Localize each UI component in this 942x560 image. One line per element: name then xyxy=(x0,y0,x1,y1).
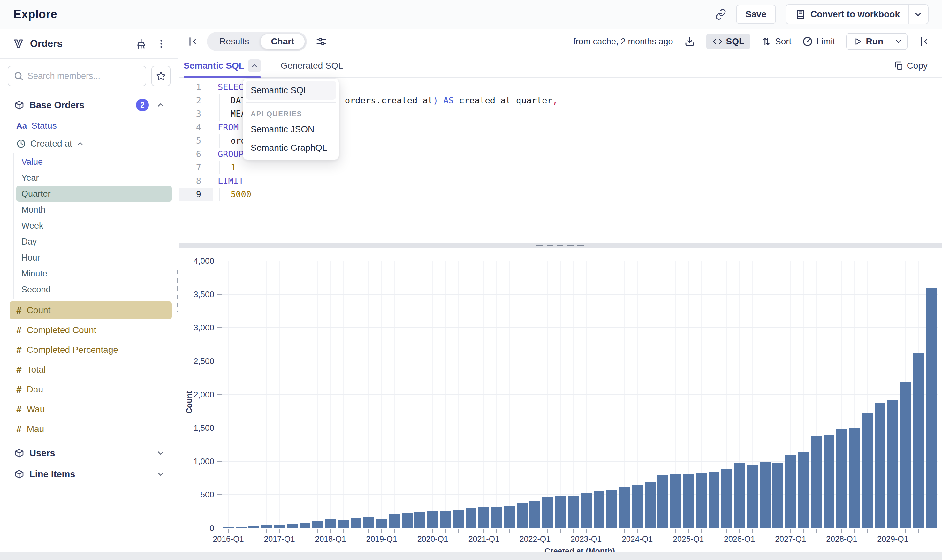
tab-chart[interactable]: Chart xyxy=(260,34,305,49)
chart-bar-2026-Q1[interactable] xyxy=(734,463,745,528)
chart-bar-2023-Q3[interactable] xyxy=(606,491,617,528)
chart-bar-2028-Q4[interactable] xyxy=(874,403,885,528)
sidebar-item-day[interactable]: Day xyxy=(16,234,172,250)
chart-bar-2021-Q1[interactable] xyxy=(478,507,489,528)
sort-button[interactable]: Sort xyxy=(761,36,791,47)
favorites-star-button[interactable] xyxy=(151,66,171,86)
chart-bar-2022-Q4[interactable] xyxy=(568,496,579,528)
collapse-panel-left-icon[interactable] xyxy=(187,36,199,47)
chart-bar-2022-Q1[interactable] xyxy=(529,501,540,528)
chart-bar-2029-Q1[interactable] xyxy=(887,400,898,528)
sidebar-item-line-items[interactable]: Line Items xyxy=(0,465,177,483)
sidebar-measure-total[interactable]: #Total xyxy=(9,361,172,378)
chart-bar-2022-Q3[interactable] xyxy=(555,495,566,528)
tab-semantic-sql[interactable]: Semantic SQL xyxy=(184,54,261,77)
chart-bar-2020-Q1[interactable] xyxy=(427,511,438,528)
collapse-panel-right-icon[interactable] xyxy=(918,36,930,47)
sidebar-item-quarter[interactable]: Quarter xyxy=(16,186,172,202)
chart-settings-sliders-icon[interactable] xyxy=(315,35,327,48)
convert-chevron-down-icon[interactable] xyxy=(913,9,923,19)
chart-bar-2017-Q2[interactable] xyxy=(287,524,298,528)
chart-bar-2019-Q1[interactable] xyxy=(376,519,387,528)
chart-bar-2025-Q4[interactable] xyxy=(721,469,732,528)
limit-button[interactable]: Limit xyxy=(802,36,835,47)
chart-bar-2020-Q2[interactable] xyxy=(440,511,451,528)
sql-language-chevron-up-icon[interactable] xyxy=(248,59,261,72)
sidebar-item-month[interactable]: Month xyxy=(16,202,172,218)
sidebar-measure-wau[interactable]: #Wau xyxy=(9,400,172,418)
search-members-input[interactable] xyxy=(28,71,140,81)
copy-button[interactable]: Copy xyxy=(893,61,928,71)
sidebar-resize-handle[interactable] xyxy=(177,270,178,312)
chart-bar-2024-Q3[interactable] xyxy=(657,475,668,528)
code-line[interactable]: 95000 xyxy=(179,188,942,201)
convert-to-workbook-button[interactable]: Convert to workbook xyxy=(785,5,928,24)
chart-bar-2029-Q2[interactable] xyxy=(900,382,911,528)
clear-selections-broom-icon[interactable] xyxy=(135,38,147,49)
chart-bar-2028-Q2[interactable] xyxy=(849,428,860,528)
chart-bar-2018-Q1[interactable] xyxy=(325,519,336,528)
chart-bar-2026-Q4[interactable] xyxy=(773,463,783,528)
chart-bar-2025-Q3[interactable] xyxy=(708,472,719,528)
sidebar-item-hour[interactable]: Hour xyxy=(16,250,172,266)
sidebar-item-week[interactable]: Week xyxy=(16,218,172,234)
chart-bar-2023-Q2[interactable] xyxy=(594,491,605,528)
chart-bar-2028-Q3[interactable] xyxy=(862,413,873,528)
chart-bar-2018-Q4[interactable] xyxy=(363,517,374,528)
chart-bar-2021-Q3[interactable] xyxy=(504,506,515,528)
chart-bar-2022-Q2[interactable] xyxy=(542,497,553,528)
tab-results[interactable]: Results xyxy=(209,34,260,49)
chart-bar-2026-Q3[interactable] xyxy=(760,462,771,528)
chart-bar-2026-Q2[interactable] xyxy=(747,466,758,528)
chevron-up-icon[interactable] xyxy=(76,140,84,148)
sidebar-item-created-at[interactable]: Created at xyxy=(8,135,177,152)
sidebar-measure-completed-percentage[interactable]: #Completed Percentage xyxy=(9,341,172,359)
chart-bar-2017-Q4[interactable] xyxy=(312,522,323,528)
chart-bar-2027-Q4[interactable] xyxy=(823,434,834,528)
sidebar-item-second[interactable]: Second xyxy=(16,282,172,298)
drag-handle[interactable] xyxy=(536,245,584,246)
chart-bar-2027-Q1[interactable] xyxy=(785,455,796,528)
chart-bar-2027-Q3[interactable] xyxy=(811,436,822,528)
chart-bar-2024-Q2[interactable] xyxy=(645,482,656,528)
chart-bar-2024-Q1[interactable] xyxy=(632,485,643,528)
chart-bar-2028-Q1[interactable] xyxy=(836,429,847,528)
chart-bar-2024-Q4[interactable] xyxy=(670,474,681,528)
sidebar-item-base-orders[interactable]: Base Orders 2 xyxy=(0,97,177,114)
sidebar-measure-dau[interactable]: #Dau xyxy=(9,381,172,398)
tab-generated-sql[interactable]: Generated SQL xyxy=(281,61,343,71)
menu-item-semantic-sql[interactable]: Semantic SQL xyxy=(246,81,336,100)
save-button[interactable]: Save xyxy=(736,5,776,24)
search-members-box[interactable] xyxy=(8,66,146,86)
bottom-scrollbar-track[interactable] xyxy=(0,552,942,560)
sidebar-item-users[interactable]: Users xyxy=(0,444,177,462)
sidebar-item-year[interactable]: Year xyxy=(16,170,172,186)
chart-bar-2025-Q2[interactable] xyxy=(696,474,706,528)
chart-bar-2018-Q2[interactable] xyxy=(338,520,349,528)
sidebar-measure-completed-count[interactable]: #Completed Count xyxy=(9,321,172,339)
sql-toggle-button[interactable]: SQL xyxy=(706,34,750,49)
chart-bar-2020-Q4[interactable] xyxy=(466,508,476,528)
sidebar-measure-mau[interactable]: #Mau xyxy=(9,420,172,438)
panel-resize-divider[interactable] xyxy=(179,243,942,248)
sidebar-item-minute[interactable]: Minute xyxy=(16,266,172,282)
chevron-down-icon[interactable] xyxy=(156,448,165,458)
menu-item-semantic-graphql[interactable]: Semantic GraphQL xyxy=(246,138,336,157)
menu-item-semantic-json[interactable]: Semantic JSON xyxy=(246,120,336,138)
chevron-up-icon[interactable] xyxy=(156,100,165,110)
code-line[interactable]: 8LIMIT xyxy=(179,174,942,188)
share-link-icon[interactable] xyxy=(715,9,727,20)
sidebar-item-status[interactable]: Aa Status xyxy=(8,117,177,134)
kebab-menu-icon[interactable] xyxy=(156,38,167,49)
chart-bar-2020-Q3[interactable] xyxy=(453,510,464,528)
chart-bar-2019-Q3[interactable] xyxy=(402,513,413,528)
chart-bar-2023-Q1[interactable] xyxy=(581,492,592,528)
sidebar-measure-count[interactable]: #Count xyxy=(9,302,172,319)
chart-bar-2025-Q1[interactable] xyxy=(683,474,694,528)
chart-bar-2021-Q2[interactable] xyxy=(491,507,502,528)
chart-bar-2029-Q4[interactable] xyxy=(926,288,937,528)
chart-bar-2021-Q4[interactable] xyxy=(517,503,528,528)
code-line[interactable]: 71 xyxy=(179,161,942,174)
chart-bar-2017-Q3[interactable] xyxy=(300,523,310,528)
chart-bar-2023-Q4[interactable] xyxy=(619,487,630,528)
